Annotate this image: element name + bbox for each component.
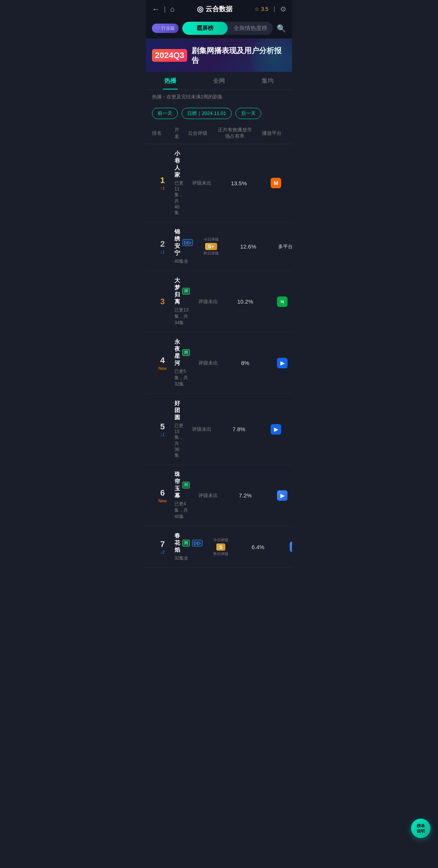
net-tag: 网 xyxy=(182,540,190,546)
top-nav: ← | ⌂ ◎ 云合数据 ☆ 3.5 | ⊙ xyxy=(146,0,292,18)
rating-badge[interactable]: ☆ 3.5 xyxy=(255,6,268,12)
rank-number: 1 xyxy=(160,176,165,185)
rank-number: 6 xyxy=(160,488,165,498)
th-rank: 排名 xyxy=(152,130,173,137)
industry-label: 行业版 xyxy=(161,25,175,31)
rank-number: 2 xyxy=(160,239,165,249)
play-pct: 6.4% xyxy=(239,544,277,550)
title-name: 好团圆 xyxy=(174,400,183,421)
rating-today-label: 今日评级 xyxy=(204,237,219,242)
next-day-button[interactable]: 后一天 xyxy=(235,108,261,119)
th-play: 正片有效播放市场占有率 xyxy=(216,127,253,140)
title-subtitle: 已更13集，共34集 xyxy=(174,307,190,326)
app-title: 云合数据 xyxy=(206,4,232,13)
rank-change: ↑1 xyxy=(160,186,165,191)
prev-day-button[interactable]: 前一天 xyxy=(152,108,178,119)
platform-label: 多平台 xyxy=(278,243,292,250)
industry-badge[interactable]: ♡ 行业版 xyxy=(152,24,179,33)
tab-bar: ♡ 行业版 霸屏榜 全舆情热度榜 🔍 xyxy=(146,18,292,39)
platform-icon: ▶ xyxy=(277,358,288,368)
play-pct: 7.8% xyxy=(220,426,258,432)
rank-number: 4 xyxy=(160,356,165,365)
title-name: 永夜星河网 xyxy=(174,338,190,367)
title-name: 大梦归离网 xyxy=(174,277,190,305)
subtitle: 热播：在更及完结未满2周的剧集 xyxy=(146,90,292,104)
platform-block: ▶ xyxy=(278,542,292,552)
tab-yuqing[interactable]: 全舆情热度榜 xyxy=(228,22,273,35)
rating-yesterday-label: 昨日评级 xyxy=(213,551,228,557)
title-subtitle: 已更4集，共40集 xyxy=(174,501,190,520)
title-block: 珠帘玉幕网已更4集，共40集 xyxy=(174,471,190,520)
divider: | xyxy=(164,5,166,13)
table-row[interactable]: 5↓1好团圆已更15集，共36集评级未出7.8%▶› xyxy=(146,394,292,465)
table-row[interactable]: 7↓2春花焰网▷▷32集全今日评级S昨日评级6.4%▶› xyxy=(146,526,292,568)
star-icon: ☆ xyxy=(255,6,259,12)
title-text: 永夜星河 xyxy=(174,338,180,367)
current-date: 日榜｜2024.11.01 xyxy=(182,108,232,119)
table-row[interactable]: 3大梦归离网已更13集，共34集评级未出10.2%iq› xyxy=(146,271,292,332)
banner-year: 2024Q3 xyxy=(152,49,187,62)
rating-today-label: 今日评级 xyxy=(213,537,228,543)
rating-with-labels: 今日评级S+昨日评级 xyxy=(194,237,228,256)
rank-block: 3 xyxy=(152,297,173,307)
industry-icon: ♡ xyxy=(156,26,160,31)
table-header: 排名 片名 云合评级 正片有效播放市场占有率 播放平台 xyxy=(146,123,292,144)
platform-block: ▶ xyxy=(259,424,292,435)
table-row[interactable]: 6New珠帘玉幕网已更4集，共40集评级未出7.2%▶› xyxy=(146,465,292,526)
th-platform: 播放平台 xyxy=(255,130,289,137)
title-block: 春花焰网▷▷32集全 xyxy=(174,532,203,561)
tab-pills: 霸屏榜 全舆情热度榜 xyxy=(182,22,273,35)
net-tag: 网 xyxy=(182,349,190,356)
play-pct: 13.5% xyxy=(220,180,258,186)
list-container: 1↑1小巷人家已更11集，共40集评级未出13.5%M›2↓1锦绣安宁▷▷40集… xyxy=(146,144,292,568)
table-row[interactable]: 1↑1小巷人家已更11集，共40集评级未出13.5%M› xyxy=(146,144,292,222)
rank-block: 5↓1 xyxy=(152,422,173,437)
tab-hotplay[interactable]: 热播 xyxy=(146,72,195,89)
rating-block: 评级未出 xyxy=(191,360,225,366)
rank-block: 1↑1 xyxy=(152,176,173,191)
search-icon[interactable]: 🔍 xyxy=(277,24,286,33)
rank-change: ↓1 xyxy=(160,250,165,254)
title-block: 大梦归离网已更13集，共34集 xyxy=(174,277,190,326)
platform-icon: ▶ xyxy=(290,542,292,552)
title-name: 春花焰网▷▷ xyxy=(174,532,203,554)
tab-allnet[interactable]: 全网 xyxy=(195,72,243,89)
platform-block: 多平台 xyxy=(268,243,292,250)
back-icon[interactable]: ← xyxy=(152,5,159,13)
title-subtitle: 已更15集，共36集 xyxy=(174,423,183,459)
rating-block: 今日评级S昨日评级 xyxy=(204,537,238,557)
rank-number: 7 xyxy=(160,539,165,549)
table-row[interactable]: 4New永夜星河网已更5集，共32集评级未出8%▶› xyxy=(146,332,292,394)
title-text: 春花焰 xyxy=(174,532,180,554)
title-name: 锦绣安宁▷▷ xyxy=(174,228,193,257)
platform-block: ▶ xyxy=(265,490,292,501)
tab-baping[interactable]: 霸屏榜 xyxy=(182,22,228,35)
rating-block: 评级未出 xyxy=(185,180,219,186)
table-row[interactable]: 2↓1锦绣安宁▷▷40集全今日评级S+昨日评级12.6%多平台› xyxy=(146,222,292,271)
th-title: 片名 xyxy=(174,127,179,140)
rank-change: ↓1 xyxy=(160,432,165,437)
home-icon[interactable]: ⌂ xyxy=(170,5,175,13)
content-tabs: 热播 全网 集均 xyxy=(146,72,292,90)
record-icon[interactable]: ⊙ xyxy=(280,5,286,13)
platform-block: iq xyxy=(265,296,292,307)
title-block: 永夜星河网已更5集，共32集 xyxy=(174,338,190,387)
net-tag: 网 xyxy=(182,288,190,295)
play-pct: 10.2% xyxy=(226,298,264,305)
th-rating: 云合评级 xyxy=(181,130,215,137)
banner-decoration xyxy=(251,39,292,72)
rank-block: 6New xyxy=(152,488,173,503)
play-pct: 8% xyxy=(226,360,264,366)
rating-with-labels: 今日评级S昨日评级 xyxy=(204,537,238,557)
play-tag: ▷▷ xyxy=(182,239,193,246)
tab-peravg[interactable]: 集均 xyxy=(243,72,292,89)
rank-change: New xyxy=(158,366,167,371)
platform-block: ▶ xyxy=(265,358,292,368)
title-subtitle: 40集全 xyxy=(174,258,193,265)
play-tag: ▷▷ xyxy=(192,540,203,546)
banner: 2024Q3 剧集网播表现及用户分析报告 xyxy=(146,39,292,72)
app-logo-icon: ◎ xyxy=(197,4,203,13)
title-subtitle: 已更5集，共32集 xyxy=(174,368,190,387)
rating-sp-badge: S+ xyxy=(205,243,217,250)
platform-icon: iq xyxy=(277,296,288,307)
